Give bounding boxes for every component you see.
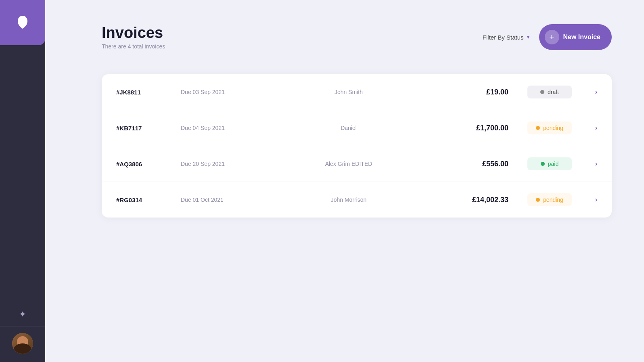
status-label: pending xyxy=(543,197,563,203)
invoice-due: Due 04 Sep 2021 xyxy=(181,125,270,131)
status-dot xyxy=(541,162,545,166)
filter-by-status-button[interactable]: Filter By Status ▾ xyxy=(483,34,529,41)
status-badge: pending xyxy=(527,121,572,134)
invoice-status-col: pending xyxy=(521,193,578,206)
invoice-arrow: › xyxy=(584,88,597,96)
page-subtitle: There are 4 total invoices xyxy=(102,43,165,50)
invoice-arrow: › xyxy=(584,160,597,167)
chevron-down-icon: ▾ xyxy=(527,34,529,40)
status-label: pending xyxy=(543,125,563,131)
filter-label: Filter By Status xyxy=(483,34,524,41)
invoice-due: Due 20 Sep 2021 xyxy=(181,161,270,167)
table-row[interactable]: #AQ3806 Due 20 Sep 2021 Alex Grim EDITED… xyxy=(102,146,612,182)
status-badge: paid xyxy=(527,157,572,170)
invoice-status-col: draft xyxy=(521,86,578,98)
invoice-list: #JK8811 Due 03 Sep 2021 John Smith £19.0… xyxy=(102,74,612,218)
invoice-status-col: paid xyxy=(521,157,578,170)
new-invoice-button[interactable]: + New Invoice xyxy=(539,24,612,50)
table-row[interactable]: #KB7117 Due 04 Sep 2021 Daniel £1,700.00… xyxy=(102,110,612,146)
sidebar-bottom: ✦ xyxy=(0,309,45,362)
invoice-due: Due 01 Oct 2021 xyxy=(181,197,270,203)
chevron-right-icon: › xyxy=(595,124,597,132)
main-content: Invoices There are 4 total invoices Filt… xyxy=(45,0,644,362)
chevron-right-icon: › xyxy=(595,88,597,96)
page-title: Invoices xyxy=(102,25,165,42)
status-badge: pending xyxy=(527,193,572,206)
avatar[interactable] xyxy=(12,333,33,354)
status-badge: draft xyxy=(527,86,572,98)
status-label: draft xyxy=(548,89,559,95)
invoice-amount: £19.00 xyxy=(428,88,508,96)
status-dot xyxy=(536,126,540,130)
table-row[interactable]: #RG0314 Due 01 Oct 2021 John Morrison £1… xyxy=(102,182,612,218)
invoice-amount: £14,002.33 xyxy=(428,196,508,204)
new-invoice-label: New Invoice xyxy=(563,33,600,41)
invoice-name: Daniel xyxy=(270,125,428,131)
header-actions: Filter By Status ▾ + New Invoice xyxy=(483,24,612,50)
plus-icon: + xyxy=(545,30,559,44)
invoice-name: Alex Grim EDITED xyxy=(270,161,428,167)
sidebar-logo[interactable] xyxy=(0,0,45,45)
chevron-right-icon: › xyxy=(595,196,597,203)
status-dot xyxy=(536,198,540,202)
logo-icon xyxy=(13,13,33,33)
invoice-status-col: pending xyxy=(521,121,578,134)
sidebar: ✦ xyxy=(0,0,45,362)
invoice-id: #AQ3806 xyxy=(116,161,181,167)
invoice-id: #RG0314 xyxy=(116,197,181,203)
invoice-amount: £1,700.00 xyxy=(428,124,508,132)
invoice-id: #KB7117 xyxy=(116,125,181,132)
page-title-block: Invoices There are 4 total invoices xyxy=(102,25,165,50)
status-dot xyxy=(540,90,544,94)
sun-icon[interactable]: ✦ xyxy=(19,309,26,320)
avatar-image xyxy=(12,333,33,354)
invoice-amount: £556.00 xyxy=(428,160,508,168)
sidebar-divider xyxy=(0,326,45,326)
table-row[interactable]: #JK8811 Due 03 Sep 2021 John Smith £19.0… xyxy=(102,74,612,110)
page-header: Invoices There are 4 total invoices Filt… xyxy=(102,24,612,50)
invoice-id: #JK8811 xyxy=(116,89,181,96)
status-label: paid xyxy=(548,161,558,167)
chevron-right-icon: › xyxy=(595,160,597,167)
invoice-arrow: › xyxy=(584,196,597,203)
invoice-name: John Morrison xyxy=(270,197,428,203)
invoice-name: John Smith xyxy=(270,89,428,95)
invoice-arrow: › xyxy=(584,124,597,132)
invoice-due: Due 03 Sep 2021 xyxy=(181,89,270,95)
